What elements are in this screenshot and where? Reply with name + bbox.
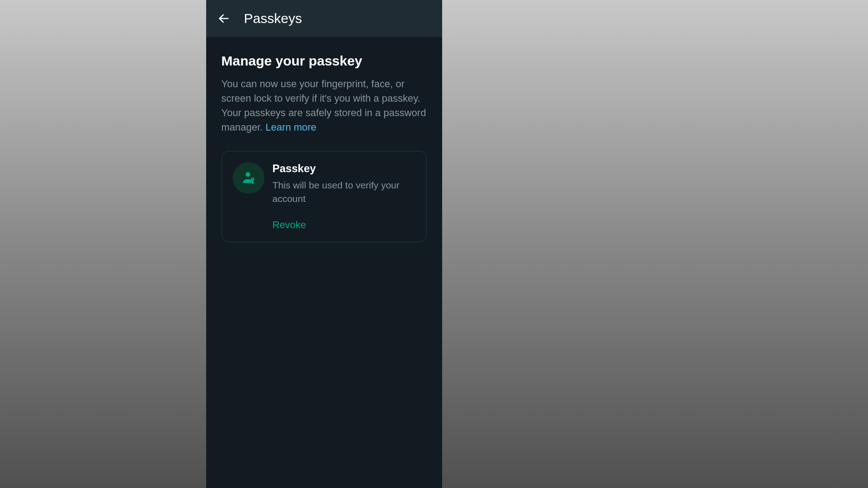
learn-more-link[interactable]: Learn more — [265, 122, 316, 133]
svg-point-3 — [252, 178, 253, 179]
passkey-title: Passkey — [273, 162, 415, 175]
description-text: You can now use your fingerprint, face, … — [222, 78, 426, 133]
manage-heading: Manage your passkey — [222, 53, 427, 69]
arrow-left-icon — [217, 12, 230, 25]
svg-rect-5 — [252, 182, 254, 183]
passkey-subtitle: This will be used to verify your account — [273, 178, 415, 206]
revoke-button[interactable]: Revoke — [273, 219, 307, 231]
app-header: Passkeys — [206, 0, 442, 37]
phone-screen: Passkeys Manage your passkey You can now… — [206, 0, 442, 488]
svg-point-1 — [245, 172, 250, 177]
passkey-card: Passkey This will be used to verify your… — [222, 151, 427, 243]
page-title: Passkeys — [244, 11, 302, 26]
person-key-icon — [240, 169, 257, 187]
passkey-icon-container — [233, 162, 264, 194]
manage-description: You can now use your fingerprint, face, … — [222, 77, 427, 135]
back-button[interactable] — [214, 9, 233, 28]
passkey-content: Passkey This will be used to verify your… — [273, 162, 415, 231]
content-area: Manage your passkey You can now use your… — [206, 37, 442, 242]
